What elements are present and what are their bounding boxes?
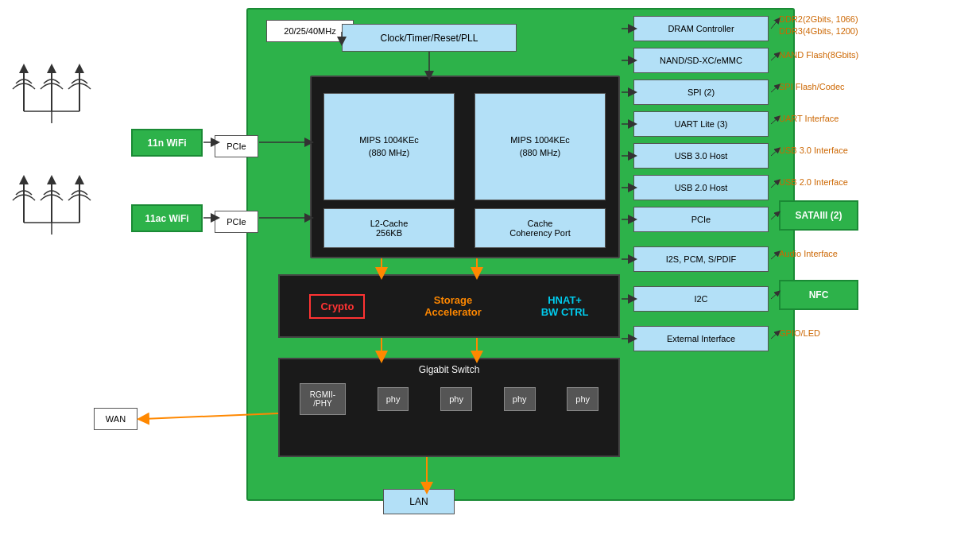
i2s-label: I2S, PCM, S/PDIF [666,254,737,264]
usb20-box: USB 2.0 Host [633,175,769,200]
spi-flash-label: SPI Flash/Codec [779,82,845,91]
nand-label: NAND/SD-XC/eMMC [660,56,742,65]
ext-if-label: External Interface [667,334,735,343]
switch-block: Gigabit Switch RGMII-/PHY phy phy phy ph… [278,358,620,457]
svg-marker-5 [75,64,84,73]
hnat-label: HNAT+BW CTRL [541,294,589,318]
phy-box-4: phy [567,387,598,411]
svg-marker-11 [47,175,56,184]
cpu-core-2: MIPS 1004KEc(880 MHz) [475,93,606,200]
pcie2-box: PCIe [215,211,258,233]
wan-box: WAN [94,408,138,430]
accel-block: Crypto StorageAccelerator HNAT+BW CTRL [278,274,620,338]
antenna-svg-bottom [8,159,111,238]
uart-box: UART Lite (3) [633,111,769,137]
diagram-wrapper: 20/25/40MHz Clock/Timer/Reset/PLL MIPS 1… [0,0,980,539]
wifi1-box: 11n WiFi [131,129,203,157]
pcie1-label: PCIe [227,142,246,151]
audio-if-label: Audio Interface [779,249,838,258]
uart-if-label: UART Interface [779,114,839,123]
dram-box: DRAM Controller [633,16,769,41]
usb20-label: USB 2.0 Host [675,183,728,192]
phy-row: RGMII-/PHY phy phy phy phy [280,377,618,421]
freq-label: 20/25/40MHz [284,26,335,36]
usb30-label: USB 3.0 Host [675,151,728,161]
dram-label: DRAM Controller [668,24,734,33]
spi-box: SPI (2) [633,79,769,105]
lan-box: LAN [383,489,455,514]
hnat-box: HNAT+BW CTRL [541,294,589,318]
svg-marker-9 [19,175,29,184]
wifi2-box: 11ac WiFi [131,204,203,232]
storage-box: StorageAccelerator [424,294,482,318]
crypto-label: Crypto [320,301,354,312]
pcie2-label: PCIe [227,217,246,227]
clock-box: Clock/Timer/Reset/PLL [342,24,517,52]
rgmii-box: RGMII-/PHY [300,383,346,415]
usb20-if-label: USB 2.0 Interface [779,177,848,187]
wifi1-label: 11n WiFi [147,138,186,149]
pcie1-box: PCIe [215,135,258,157]
sata-label: SATAIII (2) [796,210,842,221]
pcie-right-box: PCIe [633,207,769,232]
cache1-label: L2-Cache256KB [370,219,409,238]
cpu-block: MIPS 1004KEc(880 MHz) MIPS 1004KEc(880 M… [310,76,620,258]
cpu-core-1: MIPS 1004KEc(880 MHz) [323,93,455,200]
cache-box-1: L2-Cache256KB [323,208,455,248]
antenna-svg-top [8,48,111,127]
nand-box: NAND/SD-XC/eMMC [633,48,769,73]
nfc-label: NFC [809,289,829,301]
svg-marker-3 [47,64,56,73]
usb30-if-label: USB 3.0 Interface [779,145,848,155]
antenna-group-bottom [8,159,111,241]
i2c-label: I2C [694,294,707,304]
phy-box-1: phy [378,387,409,411]
ext-if-box: External Interface [633,326,769,351]
usb30-box: USB 3.0 Host [633,143,769,169]
storage-label: StorageAccelerator [424,294,482,318]
wifi2-label: 11ac WiFi [145,213,188,224]
wan-label: WAN [106,414,126,424]
uart-label: UART Lite (3) [675,119,728,129]
antenna-group-top [8,48,111,130]
crypto-box: Crypto [309,294,365,319]
gpio-label: GPIO/LED [779,328,820,338]
clock-label: Clock/Timer/Reset/PLL [381,33,478,44]
phy-box-3: phy [504,387,536,411]
i2c-box: I2C [633,286,769,312]
ddr3-label: DDR3(4Gbits, 1200) [779,26,858,36]
spi-label: SPI (2) [688,87,715,97]
cpu-core2-label: MIPS 1004KEc(880 MHz) [510,134,570,159]
svg-marker-13 [75,175,84,184]
phy-box-2: phy [440,387,472,411]
svg-marker-1 [19,64,29,73]
lan-label: LAN [409,496,428,507]
i2s-box: I2S, PCM, S/PDIF [633,246,769,272]
pcie-right-label: PCIe [691,215,711,224]
cache2-label: CacheCoherency Port [509,219,570,238]
nfc-box: NFC [779,280,858,310]
freq-box: 20/25/40MHz [266,20,354,42]
ddr2-label: DDR2(2Gbits, 1066) [779,14,858,24]
cpu-core1-label: MIPS 1004KEc(880 MHz) [359,134,419,159]
sata-box: SATAIII (2) [779,200,858,231]
cache-box-2: CacheCoherency Port [475,208,606,248]
nand-flash-label: NAND Flash(8Gbits) [779,50,858,60]
switch-label: Gigabit Switch [280,359,618,377]
